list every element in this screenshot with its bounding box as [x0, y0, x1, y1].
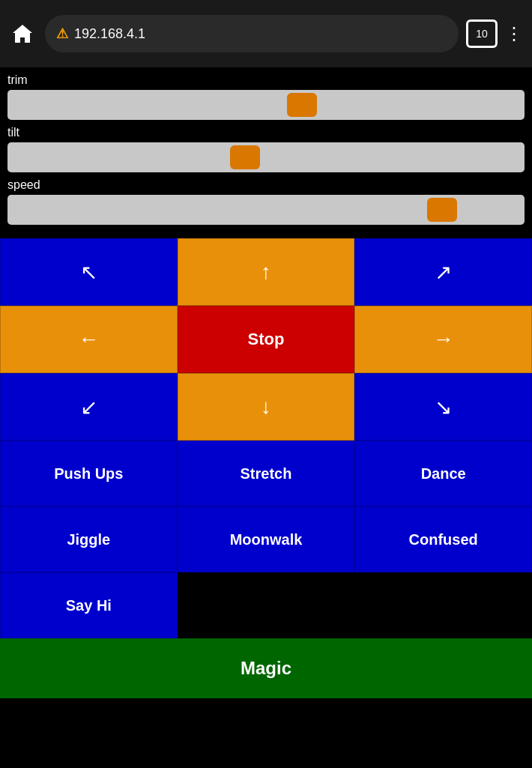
dir-upright-button[interactable]: ↗ [354, 238, 532, 306]
moonwalk-button[interactable]: Moonwalk [178, 507, 355, 572]
push-ups-button[interactable]: Push Ups [0, 441, 178, 507]
dir-right-button[interactable]: → [354, 306, 532, 373]
warning-icon: ⚠ [56, 25, 68, 42]
dance-label: Dance [421, 465, 466, 483]
empty-cell-2 [354, 572, 532, 638]
speed-label: speed [7, 178, 525, 192]
say-hi-row: Say Hi [0, 572, 532, 638]
sliders-area: trim tilt speed [0, 67, 532, 238]
browser-bar: ⚠ 192.168.4.1 10 ⋮ [0, 0, 532, 67]
say-hi-button[interactable]: Say Hi [0, 572, 178, 638]
confused-button[interactable]: Confused [354, 507, 532, 572]
trim-thumb[interactable] [287, 93, 317, 117]
tab-count[interactable]: 10 [466, 19, 498, 48]
push-ups-label: Push Ups [54, 465, 123, 483]
confused-label: Confused [409, 531, 478, 548]
dir-up-button[interactable]: ↑ [178, 238, 355, 306]
empty-cell-1 [178, 572, 355, 638]
action-row-1: Push Ups Stretch Dance [0, 441, 532, 507]
moonwalk-label: Moonwalk [230, 531, 303, 548]
dir-upleft-button[interactable]: ↖ [0, 238, 178, 306]
dir-left-button[interactable]: ← [0, 306, 178, 373]
dir-downright-button[interactable]: ↘ [354, 373, 532, 441]
direction-grid: ↖ ↑ ↗ ← Stop → ↙ ↓ ↘ [0, 238, 532, 441]
tilt-label: tilt [7, 126, 525, 139]
magic-button[interactable]: Magic [0, 638, 532, 698]
dir-downleft-button[interactable]: ↙ [0, 373, 178, 441]
tilt-thumb[interactable] [230, 145, 260, 169]
magic-label: Magic [241, 658, 291, 679]
menu-button[interactable]: ⋮ [505, 23, 525, 44]
svg-marker-0 [13, 25, 32, 43]
dance-button[interactable]: Dance [354, 441, 532, 507]
stretch-button[interactable]: Stretch [178, 441, 355, 507]
jiggle-button[interactable]: Jiggle [0, 507, 178, 572]
stop-label: Stop [248, 330, 285, 349]
address-text: 192.168.4.1 [74, 26, 145, 42]
home-button[interactable] [7, 19, 37, 49]
action-row-2: Jiggle Moonwalk Confused [0, 507, 532, 572]
speed-thumb[interactable] [427, 198, 457, 222]
trim-label: trim [7, 73, 525, 87]
say-hi-label: Say Hi [66, 597, 112, 614]
stretch-label: Stretch [241, 465, 292, 483]
speed-slider[interactable] [7, 195, 525, 225]
stop-button[interactable]: Stop [178, 306, 355, 373]
tilt-slider[interactable] [7, 142, 525, 172]
jiggle-label: Jiggle [67, 531, 110, 548]
trim-slider[interactable] [7, 90, 525, 120]
address-bar[interactable]: ⚠ 192.168.4.1 [45, 15, 459, 52]
dir-down-button[interactable]: ↓ [178, 373, 355, 441]
